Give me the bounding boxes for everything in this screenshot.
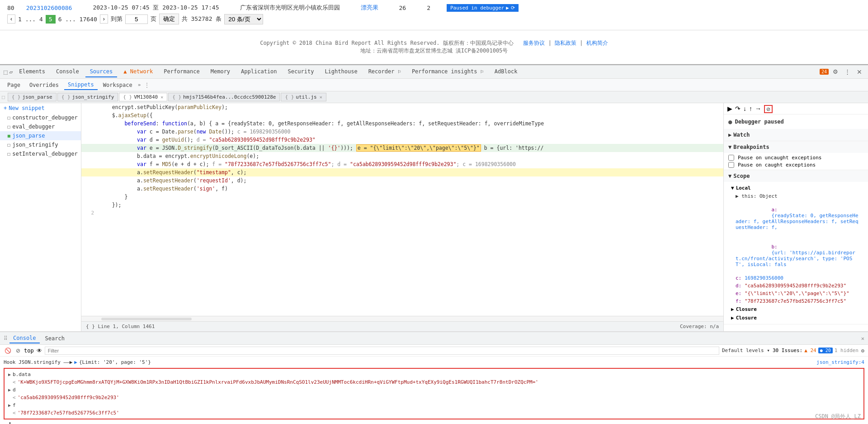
sidebar-item-setinterval[interactable]: ◻ setInterval_debugger bbox=[0, 149, 81, 158]
step-out-btn[interactable]: ↑ bbox=[749, 105, 752, 112]
plus-icon: + bbox=[4, 105, 7, 111]
default-levels-dropdown[interactable]: Default levels ▾ bbox=[722, 348, 770, 353]
footer-link-privacy[interactable]: 隐私政策 bbox=[555, 40, 576, 46]
footer-link-service[interactable]: 服务协议 bbox=[523, 40, 545, 46]
expand-b-data[interactable]: ▶ b.data bbox=[8, 371, 860, 378]
sidebar-item-json-stringify[interactable]: ◻ json_stringify bbox=[0, 140, 81, 149]
page-goto-input[interactable] bbox=[125, 14, 148, 24]
tab-performance[interactable]: Performance bbox=[159, 67, 204, 77]
scope-c[interactable]: c: 1698290356000 bbox=[728, 274, 863, 282]
hook-arrow[interactable]: ▶ bbox=[74, 359, 77, 365]
pause-uncaught-checkbox[interactable] bbox=[728, 155, 734, 161]
step-into-btn[interactable]: ↓ bbox=[743, 105, 746, 112]
file-tab-hmjs[interactable]: { } hmjs?1546b4fea...0ccdcc5900128e bbox=[168, 93, 280, 101]
sidebar-item-constructor[interactable]: ◻ constructor_debugger bbox=[0, 113, 81, 122]
breakpoints-header[interactable]: ▼ Breakpoints bbox=[724, 141, 868, 153]
tab-application[interactable]: Application bbox=[236, 67, 281, 77]
scope-this[interactable]: ▶ this: Object bbox=[728, 192, 863, 200]
prev-page-btn[interactable]: ‹ bbox=[7, 14, 15, 24]
file-tab-vm130840[interactable]: { } VM130840 ✕ bbox=[119, 93, 167, 101]
resume-icon[interactable]: ▶ bbox=[506, 5, 509, 11]
console-output: Hook JSON.stringify ——▶ ▶ {Limit: '20', … bbox=[0, 357, 868, 424]
step-btn[interactable]: → bbox=[755, 105, 761, 112]
hook-value: {Limit: '20', page: '5'} bbox=[79, 359, 151, 365]
new-snippet-btn[interactable]: + New snippet bbox=[0, 103, 81, 113]
footer-copyright: Copyright © 2018 China Bird Report All R… bbox=[9, 39, 859, 47]
code-line: var f = MD5(e + d + c); f = "78f7233687c… bbox=[81, 160, 723, 168]
issues-orange: ▲ 24 bbox=[804, 348, 816, 353]
scope-d[interactable]: d: "ca5ab628930959452d98fff9c9b2e293" bbox=[728, 282, 863, 290]
code-line: a.setRequestHeader('requestId', d); bbox=[81, 176, 723, 185]
search-tab[interactable]: Search bbox=[42, 334, 68, 343]
file-tab-json-stringify[interactable]: { } json_stringify bbox=[57, 93, 118, 101]
clear-console-btn[interactable]: 🚫 bbox=[4, 347, 12, 355]
scope-header[interactable]: ▼ Scope bbox=[724, 170, 868, 182]
pause-caught-label[interactable]: Pause on caught exceptions bbox=[728, 162, 863, 168]
f-value-row: < '78f7233687c7e57fbd5267756c3ff7c5' bbox=[8, 409, 860, 417]
console-filter-input[interactable] bbox=[45, 347, 719, 355]
debugger-panel: ▶ ↷ ↓ ↑ → ⊘ ● Debugger paused ▶ Watch bbox=[723, 103, 868, 331]
tab-memory[interactable]: Memory bbox=[206, 67, 235, 77]
prompt-cursor[interactable] bbox=[9, 422, 10, 424]
subtab-page[interactable]: Page bbox=[4, 81, 24, 90]
tab-console[interactable]: Console bbox=[52, 67, 84, 77]
code-line: b.data = encrypt.encryptUnicodeLong(e); bbox=[81, 152, 723, 160]
filter-toggle-btn[interactable]: ⊘ bbox=[15, 347, 21, 355]
settings-btn[interactable]: ⚙ bbox=[830, 67, 840, 76]
subtab-snippets[interactable]: Snippets bbox=[64, 80, 98, 90]
pause-uncaught-label[interactable]: Pause on uncaught exceptions bbox=[728, 155, 863, 161]
step-icon[interactable]: ⟳ bbox=[511, 5, 515, 11]
resume-btn[interactable]: ▶ bbox=[727, 105, 732, 112]
step-over-btn[interactable]: ↷ bbox=[735, 105, 741, 112]
sidebar-item-eval[interactable]: ◻ eval_debugger bbox=[0, 122, 81, 131]
closure-2-header[interactable]: ▶ Closure bbox=[728, 314, 863, 322]
tab-sources[interactable]: Sources bbox=[85, 67, 118, 77]
expand-panel-btn[interactable]: ⬚ bbox=[2, 94, 5, 100]
console-gear-btn[interactable]: ⚙ bbox=[861, 348, 864, 354]
next-page-btn[interactable]: › bbox=[100, 14, 108, 24]
sidebar-item-json-parse[interactable]: ◼ json_parse bbox=[0, 131, 81, 140]
local-scope-header[interactable]: ▼ Local bbox=[728, 184, 863, 192]
subtab-overrides[interactable]: Overrides bbox=[26, 81, 62, 90]
file-tab-utiljs[interactable]: { } util.js ✕ bbox=[281, 93, 326, 101]
devtools-icon-group: 24 ⚙ ⋮ ✕ bbox=[820, 67, 864, 77]
file-tab-json-parse[interactable]: { } json_parse bbox=[8, 93, 57, 101]
tab-perf-insights[interactable]: Performance insights ⚐ bbox=[407, 67, 488, 77]
expand-f[interactable]: ▶ f bbox=[8, 401, 860, 409]
close-btn[interactable]: ✕ bbox=[854, 67, 864, 77]
code-line: encrypt.setPublicKey(paramPublicKey); bbox=[81, 103, 723, 111]
code-scrollbar[interactable] bbox=[81, 316, 723, 321]
code-line-active: a.setRequestHeader("timestamp", c); bbox=[81, 168, 723, 176]
subtab-workspace[interactable]: Workspace bbox=[99, 81, 136, 90]
tab-adblock[interactable]: AdBlock bbox=[490, 67, 522, 77]
tab-lighthouse[interactable]: Lighthouse bbox=[320, 67, 362, 77]
tab-recorder[interactable]: Recorder ⚐ bbox=[364, 67, 406, 77]
pause-caught-checkbox[interactable] bbox=[728, 162, 734, 168]
per-page-select[interactable]: 20 条/页 50 条/页 100 条/页 bbox=[224, 14, 263, 24]
closure-1-header[interactable]: ▶ Closure bbox=[728, 305, 863, 314]
code-editor[interactable]: encrypt.setPublicKey(paramPublicKey); $.… bbox=[81, 103, 723, 316]
tab-elements[interactable]: Elements bbox=[14, 67, 50, 77]
confirm-btn[interactable]: 确定 bbox=[159, 14, 179, 24]
hidden-count: 1 hidden bbox=[835, 348, 859, 353]
scope-e[interactable]: e: "{\"limit\":\"20\",\"page\":\"5\"}" bbox=[728, 290, 863, 297]
tab-network[interactable]: ▲ Network bbox=[119, 67, 157, 77]
close-console-btn[interactable]: ✕ bbox=[861, 335, 864, 342]
watch-header[interactable]: ▶ Watch bbox=[724, 129, 868, 141]
scope-a[interactable]: a: {readyState: 0, getResponseHeader: f,… bbox=[728, 200, 863, 237]
current-page: 5 bbox=[46, 15, 56, 24]
expand-d[interactable]: ▶ d bbox=[8, 386, 860, 394]
close-file-tab-btn[interactable]: ✕ bbox=[160, 95, 163, 100]
footer-link-org[interactable]: 机构简介 bbox=[586, 40, 608, 46]
console-tab[interactable]: Console bbox=[9, 333, 40, 343]
tab-security[interactable]: Security bbox=[283, 67, 319, 77]
deactivate-btn[interactable]: ⊘ bbox=[764, 105, 773, 112]
horizontal-scrollbar[interactable] bbox=[101, 318, 192, 320]
sources-menu-btn[interactable]: ⋮ bbox=[144, 82, 150, 88]
sources-more-btn[interactable]: » bbox=[138, 82, 141, 88]
scope-b[interactable]: b: {url: 'https://api.birdreport.cn/fron… bbox=[728, 237, 863, 274]
more-btn[interactable]: ⋮ bbox=[842, 67, 853, 76]
scope-f[interactable]: f: "78f7233687c7e57fbd5267756c3ff7c5" bbox=[728, 297, 863, 305]
close-utiljs-tab-btn[interactable]: ✕ bbox=[320, 95, 322, 100]
json-stringify-link[interactable]: json_stringify:4 bbox=[816, 359, 864, 365]
